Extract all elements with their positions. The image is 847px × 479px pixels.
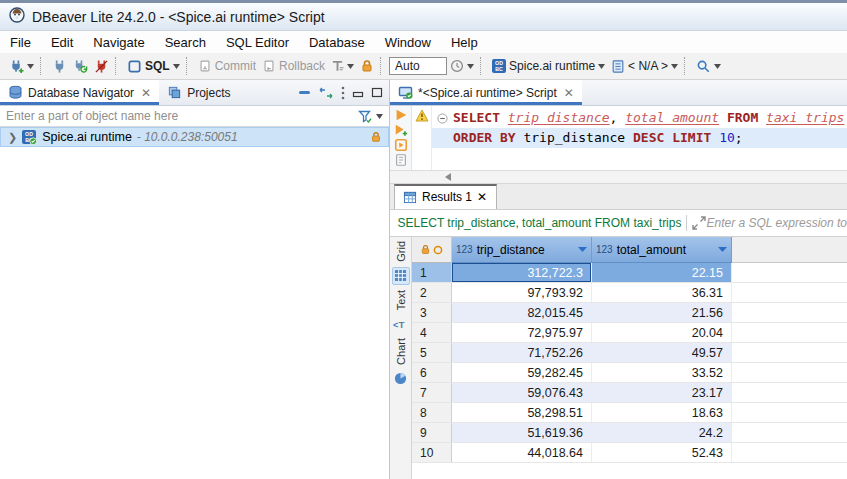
cell[interactable]: 59,076.43 (452, 383, 592, 402)
tree-item-spiceai-connection[interactable]: ❯ ODBC Spice.ai runtime - 10.0.0.238:500… (0, 127, 389, 147)
table-row[interactable]: 472,975.9720.04 (412, 323, 847, 343)
scroll-left-arrow-icon[interactable] (445, 173, 451, 181)
tab-database-navigator[interactable]: Database Navigator ✕ (0, 80, 159, 105)
sql-line-1[interactable]: SELECT trip_distance, total_amount FROM … (432, 108, 847, 128)
view-menu-icon[interactable] (341, 86, 345, 100)
table-row[interactable]: 571,752.2649.57 (412, 343, 847, 363)
sort-icon[interactable] (718, 247, 727, 252)
commit-button[interactable]: Commit (195, 57, 259, 75)
transaction-log-button[interactable] (447, 57, 477, 75)
new-connection-button[interactable] (6, 57, 37, 76)
cell[interactable]: 71,752.26 (452, 343, 592, 362)
row-number[interactable]: 6 (412, 363, 452, 382)
sql-editor-button[interactable]: SQL (124, 57, 183, 76)
table-row[interactable]: 659,282.4533.52 (412, 363, 847, 383)
tab-text-label[interactable]: Text (395, 290, 407, 310)
sql-code-area[interactable]: SELECT trip_distance, total_amount FROM … (432, 106, 847, 170)
tab-results-1[interactable]: Results 1 ✕ (394, 184, 497, 209)
menu-item-navigate[interactable]: Navigate (83, 33, 154, 52)
row-number[interactable]: 8 (412, 403, 452, 422)
cell[interactable]: 20.04 (592, 323, 732, 342)
tab-grid[interactable] (392, 267, 410, 285)
close-icon[interactable]: ✕ (477, 190, 487, 204)
menu-item-help[interactable]: Help (441, 33, 488, 52)
cell[interactable]: 58,298.51 (452, 403, 592, 422)
transaction-mode-button[interactable] (328, 57, 357, 75)
cell[interactable]: 51,619.36 (452, 423, 592, 442)
tab-text[interactable]: <T (392, 315, 410, 333)
cell[interactable]: 97,793.92 (452, 283, 592, 302)
connection-lock-indicator[interactable] (357, 57, 377, 75)
sql-expression-filter-input[interactable]: Enter a SQL expression to (706, 216, 847, 230)
search-button[interactable] (693, 57, 724, 76)
explain-plan-icon[interactable] (394, 153, 408, 167)
cell[interactable]: 33.52 (592, 363, 732, 382)
close-icon[interactable]: ✕ (564, 86, 574, 100)
tab-chart[interactable] (392, 370, 410, 388)
active-database-selector[interactable]: < N/A > (608, 57, 681, 76)
row-number[interactable]: 5 (412, 343, 452, 362)
sql-line-2[interactable]: ORDER BY trip_distance DESC LIMIT 10; (432, 128, 847, 148)
cell[interactable]: 72,975.97 (452, 323, 592, 342)
connect-button[interactable] (49, 57, 70, 76)
table-row[interactable]: 951,619.3624.2 (412, 423, 847, 443)
execute-new-tab-icon[interactable] (394, 123, 408, 137)
cell[interactable]: 18.63 (592, 403, 732, 422)
table-row[interactable]: 1044,018.6452.43 (412, 443, 847, 463)
tab-grid-label[interactable]: Grid (395, 241, 407, 262)
table-row[interactable]: 858,298.5118.63 (412, 403, 847, 423)
disconnect-button[interactable] (91, 57, 112, 76)
fold-marker-icon[interactable] (437, 113, 453, 124)
row-number[interactable]: 2 (412, 283, 452, 302)
menu-item-file[interactable]: File (0, 33, 41, 52)
cell[interactable]: 312,722.3 (452, 263, 592, 282)
row-number[interactable]: 7 (412, 383, 452, 402)
cell[interactable]: 36.31 (592, 283, 732, 302)
object-filter-input[interactable]: Enter a part of object name here (0, 106, 389, 127)
cell[interactable]: 21.56 (592, 303, 732, 322)
chevron-down-icon[interactable] (376, 114, 383, 119)
row-number[interactable]: 4 (412, 323, 452, 342)
minimize-panel-icon[interactable] (352, 87, 364, 98)
reconnect-button[interactable] (70, 57, 91, 76)
menu-item-database[interactable]: Database (299, 33, 375, 52)
cell[interactable]: 22.15 (592, 263, 732, 282)
row-number[interactable]: 10 (412, 443, 452, 462)
cell[interactable]: 24.2 (592, 423, 732, 442)
tab-projects[interactable]: Projects (159, 80, 238, 105)
cell[interactable]: 49.57 (592, 343, 732, 362)
menu-item-sql-editor[interactable]: SQL Editor (216, 33, 299, 52)
cell[interactable]: 82,015.45 (452, 303, 592, 322)
table-corner-cell[interactable] (412, 237, 452, 263)
cell[interactable]: 52.43 (592, 443, 732, 462)
expand-filter-icon[interactable] (692, 216, 706, 230)
close-icon[interactable]: ✕ (141, 86, 151, 100)
menu-item-edit[interactable]: Edit (41, 33, 83, 52)
table-row[interactable]: 759,076.4323.17 (412, 383, 847, 403)
active-connection-selector[interactable]: ODBC Spice.ai runtime (489, 57, 608, 75)
link-with-editor-icon[interactable] (318, 87, 334, 99)
column-header-total-amount[interactable]: 123 total_amount (592, 237, 732, 263)
filter-funnel-icon[interactable] (358, 110, 372, 123)
rollback-button[interactable]: Rollback (259, 57, 328, 75)
table-row[interactable]: 382,015.4521.56 (412, 303, 847, 323)
auto-commit-combo[interactable]: Auto (389, 57, 447, 75)
collapse-all-icon[interactable] (298, 86, 311, 99)
cell[interactable]: 23.17 (592, 383, 732, 402)
maximize-panel-icon[interactable] (371, 87, 383, 98)
editor-horizontal-scrollbar[interactable] (390, 171, 847, 184)
table-row[interactable]: 297,793.9236.31 (412, 283, 847, 303)
menu-item-window[interactable]: Window (375, 33, 441, 52)
row-number[interactable]: 3 (412, 303, 452, 322)
row-number[interactable]: 1 (412, 263, 452, 282)
tab-sql-script[interactable]: *<Spice.ai runtime> Script ✕ (390, 80, 582, 105)
execute-script-icon[interactable] (394, 138, 408, 152)
cell[interactable]: 44,018.64 (452, 443, 592, 462)
row-number[interactable]: 9 (412, 423, 452, 442)
table-row[interactable]: 1312,722.322.15 (412, 263, 847, 283)
execute-statement-icon[interactable] (394, 108, 408, 122)
tree-expander-icon[interactable]: ❯ (8, 131, 17, 144)
menu-item-search[interactable]: Search (155, 33, 216, 52)
tab-chart-label[interactable]: Chart (395, 338, 407, 365)
sort-desc-icon[interactable] (578, 247, 587, 252)
